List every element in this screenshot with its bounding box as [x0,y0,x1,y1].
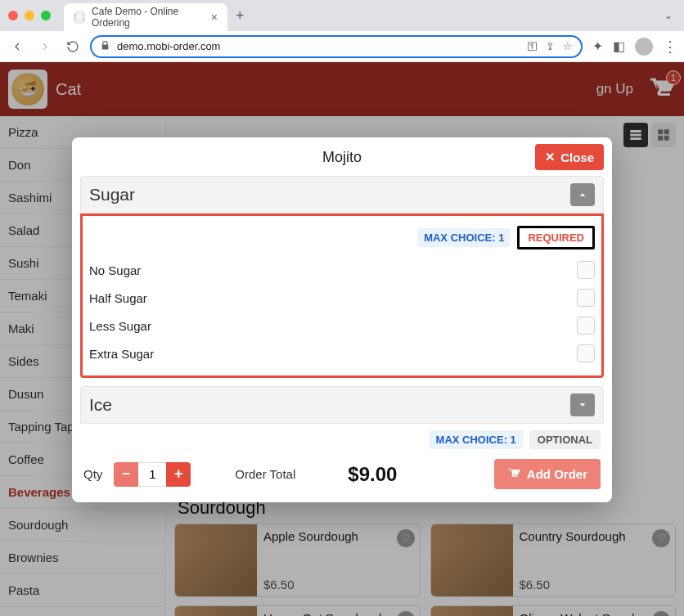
choice-label: Half Sugar [89,291,147,305]
add-order-button[interactable]: Add Order [494,459,601,489]
qty-label: Qty [83,467,102,481]
browser-tab-strip: 🍽️ Cafe Demo - Online Ordering × + ⌄ [0,0,684,31]
nav-back-button[interactable] [7,36,28,57]
choice-label: No Sugar [89,263,141,277]
choice-checkbox[interactable] [577,261,595,279]
new-tab-button[interactable]: + [236,7,245,25]
add-order-label: Add Order [527,467,587,481]
item-options-modal: Mojito ✕ Close Sugar MAX CHOICE: 1 REQUI… [72,137,612,502]
nav-reload-button[interactable] [62,36,83,57]
lock-icon [100,40,110,53]
order-total-label: Order Total [235,467,295,481]
option-section-header-ice[interactable]: Ice [80,386,604,424]
browser-tab[interactable]: 🍽️ Cafe Demo - Online Ordering × [64,3,227,31]
nav-forward-button[interactable] [34,36,56,57]
option-section-title: Sugar [89,185,135,205]
max-choice-badge: MAX CHOICE: 1 [430,430,523,449]
option-section-body-sugar: MAX CHOICE: 1 REQUIRED No Sugar Half Sug… [80,214,604,378]
optional-badge: OPTIONAL [529,430,601,449]
close-button[interactable]: ✕ Close [535,144,604,170]
address-bar[interactable]: demo.mobi-order.com ⚿ ⇪ ☆ [90,35,583,58]
extensions-icon[interactable]: ✦ [592,38,603,54]
order-total-value: $9.00 [348,463,397,486]
close-label: Close [560,151,594,164]
window-controls [8,11,51,20]
max-choice-badge: MAX CHOICE: 1 [417,228,511,247]
option-section-title: Ice [89,395,112,415]
menu-icon[interactable]: ⋮ [663,38,677,56]
choice-checkbox[interactable] [577,344,595,362]
qty-increase-button[interactable]: + [166,462,191,487]
window-minimize[interactable] [25,11,34,20]
option-section-header-sugar[interactable]: Sugar [80,176,604,214]
tab-search-icon[interactable]: ⌄ [664,10,673,21]
window-maximize[interactable] [41,11,51,20]
modal-footer: Qty − + Order Total $9.00 Add Order [72,449,612,492]
required-badge: REQUIRED [517,226,595,250]
tab-favicon: 🍽️ [74,11,85,24]
collapse-button[interactable] [570,183,595,206]
choice-checkbox[interactable] [577,289,595,307]
modal-title: Mojito [322,149,362,165]
choice-label: Extra Sugar [89,347,154,361]
expand-button[interactable] [570,393,595,416]
share-icon[interactable]: ⇪ [546,40,555,52]
qty-input[interactable] [138,462,166,487]
close-icon: ✕ [545,150,556,164]
window-close[interactable] [8,11,18,20]
tab-close-icon[interactable]: × [211,11,218,24]
panel-icon[interactable]: ◧ [613,38,625,54]
choice-label: Less Sugar [89,319,151,333]
key-icon[interactable]: ⚿ [527,40,538,52]
option-choice[interactable]: Extra Sugar [86,339,598,367]
url-text: demo.mobi-order.com [117,40,220,52]
cart-icon [507,466,520,482]
option-choice[interactable]: Half Sugar [86,284,598,312]
qty-decrease-button[interactable]: − [114,462,138,487]
profile-icon[interactable] [635,38,653,56]
browser-toolbar: demo.mobi-order.com ⚿ ⇪ ☆ ✦ ◧ ⋮ [0,31,684,62]
choice-checkbox[interactable] [577,317,595,335]
tab-title: Cafe Demo - Online Ordering [92,6,205,29]
option-choice[interactable]: Less Sugar [86,312,598,339]
star-icon[interactable]: ☆ [563,40,573,52]
option-choice[interactable]: No Sugar [86,256,598,284]
